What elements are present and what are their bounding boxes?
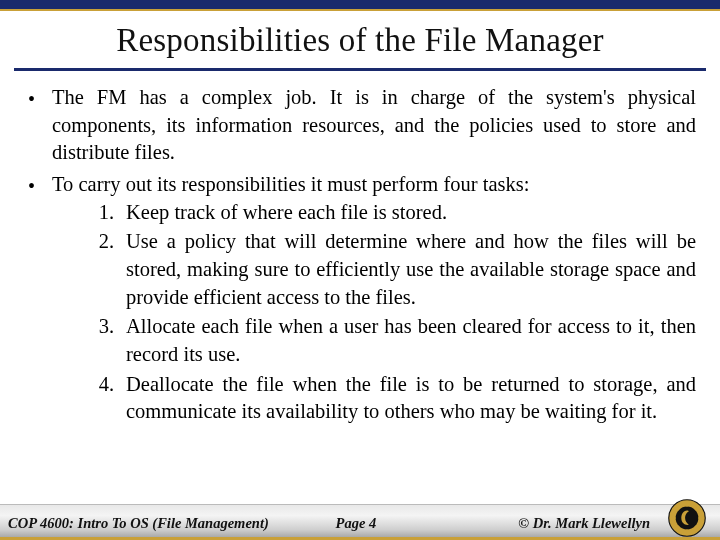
item-text: Deallocate the file when the file is to … (126, 371, 696, 426)
numbered-item: 4. Deallocate the file when the file is … (92, 371, 696, 426)
slide-title: Responsibilities of the File Manager (0, 22, 720, 59)
bullet-item: • To carry out its responsibilities it m… (28, 171, 696, 428)
numbered-item: 2. Use a policy that will determine wher… (92, 228, 696, 311)
slide: Responsibilities of the File Manager • T… (0, 0, 720, 540)
bullet-text: To carry out its responsibilities it mus… (52, 171, 696, 428)
bullet-marker: • (28, 171, 52, 428)
item-number: 4. (92, 371, 126, 426)
numbered-item: 3. Allocate each file when a user has be… (92, 313, 696, 368)
top-stripe (0, 0, 720, 11)
numbered-list: 1. Keep track of where each file is stor… (92, 199, 696, 426)
slide-body: • The FM has a complex job. It is in cha… (28, 84, 696, 432)
footer-course: COP 4600: Intro To OS (File Management) (8, 515, 269, 532)
ucf-logo-icon (668, 499, 706, 537)
item-text: Use a policy that will determine where a… (126, 228, 696, 311)
footer-page: Page 4 (336, 515, 377, 532)
item-text: Allocate each file when a user has been … (126, 313, 696, 368)
bullet-text: The FM has a complex job. It is in charg… (52, 84, 696, 167)
item-number: 2. (92, 228, 126, 311)
footer: COP 4600: Intro To OS (File Management) … (0, 500, 720, 540)
title-underline (14, 68, 706, 71)
item-number: 1. (92, 199, 126, 227)
bullet-item: • The FM has a complex job. It is in cha… (28, 84, 696, 167)
numbered-item: 1. Keep track of where each file is stor… (92, 199, 696, 227)
bullet-marker: • (28, 84, 52, 167)
item-text: Keep track of where each file is stored. (126, 199, 696, 227)
bullet-lead-text: To carry out its responsibilities it mus… (52, 173, 529, 195)
footer-author: © Dr. Mark Llewellyn (518, 515, 650, 532)
item-number: 3. (92, 313, 126, 368)
